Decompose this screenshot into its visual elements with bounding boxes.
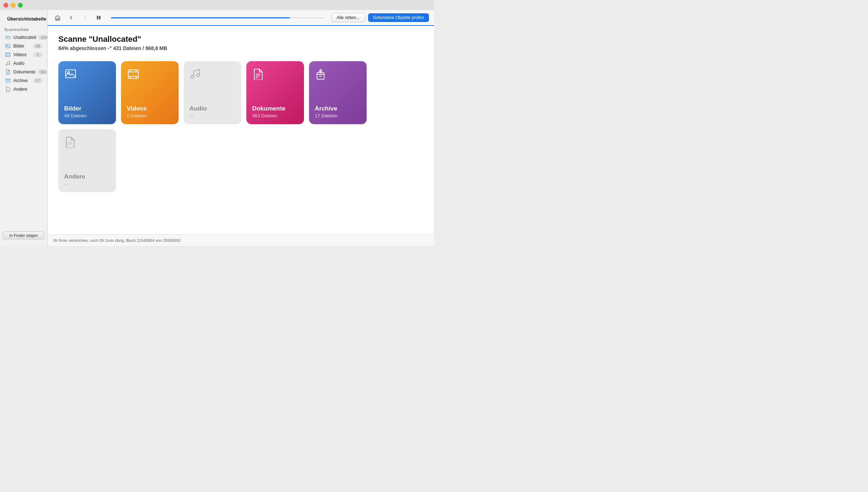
app-body: Übersichtstabelle Scanresultate Unalloca… — [0, 10, 434, 246]
svg-rect-22 — [66, 70, 76, 78]
sidebar-label-unallocated: Unallocated — [13, 35, 36, 40]
sidebar-item-audio[interactable]: Audio — [1, 59, 46, 68]
sidebar-count-dokumente: 363 — [38, 69, 46, 75]
sidebar-section-label: Scanresultate — [0, 26, 47, 33]
svg-rect-21 — [99, 16, 100, 19]
svg-point-1 — [9, 37, 9, 38]
svg-point-31 — [197, 74, 200, 77]
card-dokumente[interactable]: Dokumente 363 Dateien — [246, 61, 304, 124]
dokumente-card-count: 363 Dateien — [252, 113, 298, 118]
sidebar-label-videos: Videos — [13, 52, 31, 57]
sidebar-label-dokumente: Dokumente — [13, 69, 35, 75]
main-content: Scanne "Unallocated" 84% abgeschlossen -… — [48, 26, 434, 246]
close-button[interactable] — [4, 3, 8, 8]
progress-bar-fill — [111, 17, 290, 18]
svg-rect-20 — [97, 16, 98, 19]
page-title: Scanne "Unallocated" — [58, 35, 423, 44]
svg-rect-3 — [6, 44, 10, 48]
sidebar-item-unallocated[interactable]: Unallocated 429 — [1, 33, 46, 42]
content-area: Alle retten... Gefundene Objekte prüfen … — [48, 10, 434, 246]
music-icon — [5, 60, 11, 66]
card-audio[interactable]: Audio — — [184, 61, 241, 124]
sidebar-label-archive: Archive — [13, 78, 31, 83]
sidebar-item-archive[interactable]: Archive 17 — [1, 76, 46, 85]
hdd-icon — [5, 35, 11, 40]
sidebar-count-archive: 17 — [33, 78, 42, 83]
progress-bar-container — [111, 17, 324, 18]
andere-card-icon — [65, 136, 75, 150]
archive-card-name: Archive — [315, 105, 361, 112]
sidebar-item-videos[interactable]: Videos 1 — [1, 50, 46, 59]
svg-rect-19 — [57, 18, 58, 20]
dokumente-card-icon — [253, 68, 263, 82]
svg-rect-24 — [128, 70, 138, 78]
titlebar — [0, 0, 434, 10]
archive-card-icon — [316, 68, 326, 82]
sidebar-item-bilder[interactable]: Bilder 48 — [1, 42, 46, 50]
audio-card-count: — — [189, 113, 236, 118]
svg-point-12 — [9, 64, 10, 65]
sidebar-label-bilder: Bilder — [13, 44, 31, 49]
status-bar: 0h 5min verstrichen, noch 0h 1min übrig,… — [48, 234, 434, 246]
subtitle-rest: abgeschlossen -" 431 Dateien / 968,8 MB — [70, 45, 167, 51]
grid-icon — [4, 15, 4, 22]
subtitle-percent: 84% — [58, 45, 68, 51]
sidebar-item-dokumente[interactable]: Dokumente 363 — [1, 68, 46, 76]
bilder-card-icon — [65, 68, 76, 82]
sidebar-item-andere[interactable]: Andere — [1, 85, 46, 94]
alle-retten-button[interactable]: Alle retten... — [331, 13, 365, 22]
main-inner: Scanne "Unallocated" 84% abgeschlossen -… — [48, 26, 434, 234]
cards-grid: Bilder 48 Dateien — [58, 61, 423, 192]
videos-card-count: 1 Dateien — [127, 113, 173, 118]
content-toolbar: Alle retten... Gefundene Objekte prüfen — [48, 10, 434, 26]
archive-card-count: 17 Dateien — [315, 113, 361, 118]
bilder-card-name: Bilder — [64, 105, 110, 112]
sidebar-label-andere: Andere — [13, 87, 42, 92]
sidebar-count-bilder: 48 — [33, 44, 42, 49]
andere-card-count: — — [64, 181, 110, 186]
videos-card-name: Videos — [127, 105, 173, 112]
audio-card-icon — [190, 68, 200, 81]
videos-card-icon — [127, 68, 139, 82]
andere-card-name: Andere — [64, 173, 110, 180]
svg-rect-5 — [6, 53, 10, 57]
pause-button[interactable] — [94, 13, 104, 23]
home-button[interactable] — [53, 13, 63, 23]
card-andere[interactable]: Andere — — [58, 129, 116, 192]
sidebar-count-videos: 1 — [33, 52, 42, 57]
card-bilder[interactable]: Bilder 48 Dateien — [58, 61, 116, 124]
status-text: 0h 5min verstrichen, noch 0h 1min übrig,… — [53, 238, 180, 243]
gefundene-objekte-button[interactable]: Gefundene Objekte prüfen — [368, 13, 429, 22]
maximize-button[interactable] — [18, 3, 23, 8]
sidebar-title: Übersichtstabelle — [7, 16, 46, 22]
card-archive[interactable]: Archive 17 Dateien — [309, 61, 367, 124]
card-videos[interactable]: Videos 1 Dateien — [121, 61, 179, 124]
page-subtitle: 84% abgeschlossen -" 431 Dateien / 968,8… — [58, 45, 423, 51]
sidebar-header: Übersichtstabelle — [0, 14, 47, 26]
audio-card-name: Audio — [189, 105, 236, 112]
bilder-card-count: 48 Dateien — [64, 113, 110, 118]
file-icon — [5, 86, 11, 92]
sidebar: Übersichtstabelle Scanresultate Unalloca… — [0, 10, 48, 246]
sidebar-label-audio: Audio — [13, 61, 42, 66]
sidebar-count-unallocated: 429 — [39, 35, 47, 40]
photo-icon — [5, 43, 11, 49]
dokumente-card-name: Dokumente — [252, 105, 298, 112]
doc-icon — [5, 69, 11, 75]
film-icon — [5, 52, 11, 58]
svg-rect-15 — [6, 79, 10, 80]
back-button[interactable] — [66, 13, 76, 23]
forward-button[interactable] — [80, 13, 90, 23]
archive-icon — [5, 78, 11, 83]
finder-button[interactable]: In Finder zeigen — [3, 231, 44, 239]
sidebar-bottom: In Finder zeigen — [0, 229, 47, 242]
toolbar-actions: Alle retten... Gefundene Objekte prüfen — [331, 13, 429, 22]
minimize-button[interactable] — [11, 3, 15, 8]
